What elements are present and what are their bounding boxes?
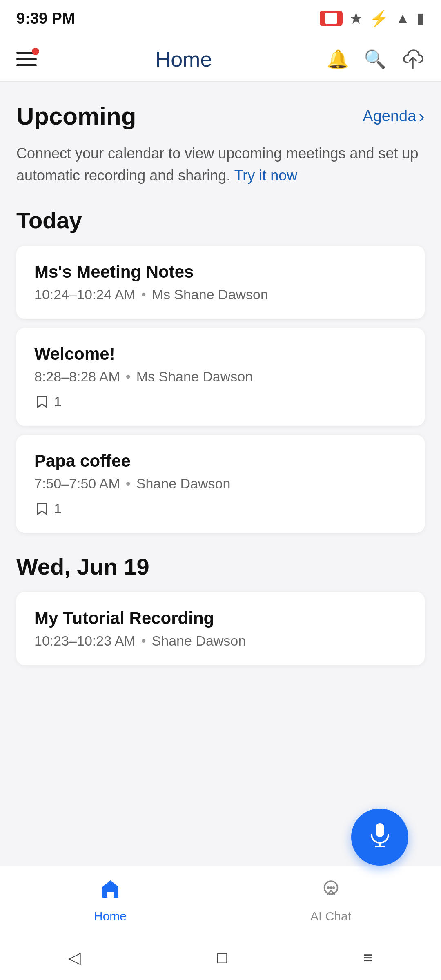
notification-bell-icon[interactable]: 🔔 (327, 49, 349, 70)
separator-3: • (126, 476, 131, 492)
clip-count-3: 1 (54, 501, 62, 517)
upcoming-section-header: Upcoming Agenda (16, 102, 425, 130)
agenda-link[interactable]: Agenda (363, 106, 425, 127)
bookmark-icon-3 (34, 501, 50, 517)
ai-chat-icon (320, 878, 342, 905)
status-time: 9:39 PM (16, 10, 75, 27)
cloud-upload-icon[interactable] (401, 49, 425, 70)
search-icon[interactable]: 🔍 (364, 49, 386, 70)
bluetooth-icon: ★ (349, 9, 363, 27)
upcoming-description: Connect your calendar to view upcoming m… (16, 143, 425, 187)
nav-title: Home (156, 47, 212, 71)
flash-icon: ⚡ (370, 9, 389, 27)
svg-point-5 (327, 886, 330, 889)
ai-chat-label: AI Chat (310, 909, 351, 923)
meeting-card-meta-1: 10:24–10:24 AM • Ms Shane Dawson (34, 287, 407, 303)
meeting-card-1[interactable]: Ms's Meeting Notes 10:24–10:24 AM • Ms S… (16, 246, 425, 319)
wifi-icon: ▲ (395, 10, 410, 27)
bottom-nav-home[interactable]: Home (0, 878, 220, 923)
status-icons: ★ ⚡ ▲ ▮ (320, 9, 425, 27)
meeting-time-3: 7:50–7:50 AM (34, 476, 120, 492)
meeting-time-2: 8:28–8:28 AM (34, 369, 120, 385)
status-bar: 9:39 PM ★ ⚡ ▲ ▮ (0, 0, 441, 37)
home-system-button[interactable]: □ (217, 949, 227, 967)
svg-point-6 (330, 886, 332, 889)
meeting-time-1: 10:24–10:24 AM (34, 287, 136, 303)
meeting-card-meta-2: 8:28–8:28 AM • Ms Shane Dawson (34, 369, 407, 385)
notification-dot (32, 48, 39, 55)
meeting-card-title-tutorial: My Tutorial Recording (34, 608, 407, 628)
mic-icon (367, 821, 393, 853)
meeting-card-meta-3: 7:50–7:50 AM • Shane Dawson (34, 476, 407, 492)
meeting-card-meta-tutorial: 10:23–10:23 AM • Shane Dawson (34, 633, 407, 649)
clip-action-2: 1 (34, 394, 62, 410)
system-nav-bar: ◁ □ ≡ (0, 935, 441, 980)
clip-action-3: 1 (34, 501, 62, 517)
separator-tutorial: • (141, 633, 146, 649)
try-it-now-link[interactable]: Try it now (234, 167, 298, 184)
battery-icon: ▮ (416, 10, 425, 27)
meeting-time-tutorial: 10:23–10:23 AM (34, 633, 136, 649)
meeting-card-tutorial[interactable]: My Tutorial Recording 10:23–10:23 AM • S… (16, 592, 425, 665)
record-fab[interactable] (351, 808, 408, 866)
meeting-host-1: Ms Shane Dawson (152, 287, 268, 303)
menu-button[interactable] (16, 47, 41, 71)
home-label: Home (94, 909, 127, 923)
today-title: Today (16, 207, 425, 234)
recents-button[interactable]: ≡ (363, 949, 373, 967)
today-section: Today Ms's Meeting Notes 10:24–10:24 AM … (16, 207, 425, 533)
clip-count-2: 1 (54, 394, 62, 410)
top-nav: Home 🔔 🔍 (0, 37, 441, 82)
main-content: Upcoming Agenda Connect your calendar to… (0, 82, 441, 858)
meeting-card-title-2: Welcome! (34, 344, 407, 364)
meeting-card-actions-3: 1 (34, 501, 407, 517)
recording-indicator-icon (320, 11, 343, 26)
home-icon (99, 878, 122, 905)
nav-actions: 🔔 🔍 (327, 49, 425, 70)
bottom-nav-ai-chat[interactable]: AI Chat (220, 878, 441, 923)
meeting-card-actions-2: 1 (34, 394, 407, 410)
back-button[interactable]: ◁ (68, 948, 81, 967)
date-title: Wed, Jun 19 (16, 553, 425, 580)
svg-rect-1 (376, 823, 384, 837)
meeting-card-3[interactable]: Papa coffee 7:50–7:50 AM • Shane Dawson … (16, 435, 425, 533)
meeting-host-3: Shane Dawson (136, 476, 231, 492)
bottom-nav: Home AI Chat (0, 866, 441, 935)
meeting-card-title-1: Ms's Meeting Notes (34, 262, 407, 282)
separator-1: • (141, 287, 146, 303)
meeting-host-2: Ms Shane Dawson (136, 369, 253, 385)
separator-2: • (126, 369, 131, 385)
upcoming-title: Upcoming (16, 102, 136, 130)
meeting-card-title-3: Papa coffee (34, 451, 407, 471)
meeting-card-2[interactable]: Welcome! 8:28–8:28 AM • Ms Shane Dawson … (16, 328, 425, 426)
date-section: Wed, Jun 19 My Tutorial Recording 10:23–… (16, 553, 425, 665)
bookmark-icon-2 (34, 394, 50, 410)
svg-point-7 (332, 886, 335, 889)
meeting-host-tutorial: Shane Dawson (152, 633, 246, 649)
